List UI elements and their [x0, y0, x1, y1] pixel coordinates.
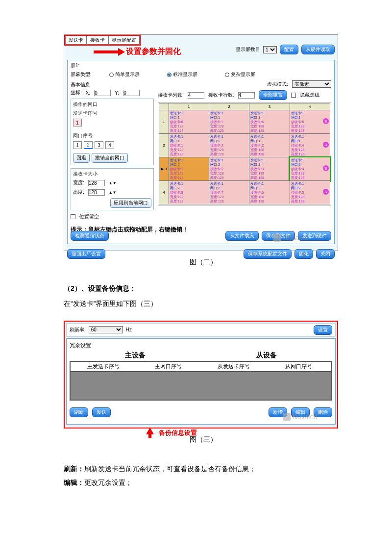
grid-cell[interactable]: 发送卡:1网口:2接收卡:3宽度:128高度:128	[249, 157, 290, 181]
refresh-button[interactable]: 刷新	[70, 407, 88, 417]
grid-cell[interactable]: 发送卡:1网口:1接收卡:6宽度:128高度:128	[249, 110, 290, 134]
clear-port-button[interactable]: 撤销当前网口	[92, 153, 128, 163]
table-body-empty[interactable]	[71, 372, 331, 400]
watermark: Novaled	[283, 413, 318, 421]
grid-cell[interactable]: 发送卡:1网口:2接收卡:4宽度:128高度:128E	[290, 157, 330, 181]
tabs-highlight: 发送卡 接收卡 显示屏配置	[64, 35, 141, 46]
op-port-group: 操作的网口 发送卡序号 1 网口序号 1 2 3 4 回退 撤销当前网口	[71, 99, 154, 165]
load-file-button[interactable]: 从文件载入	[225, 231, 259, 241]
solidify-button[interactable]: 固化	[294, 249, 313, 259]
screenshot-figure-1: 发送卡 接收卡 显示屏配置 设置参数并固化 显示屏数目 1 配置 从硬件读取 屏…	[64, 34, 338, 251]
desc-refresh: 刷新：刷新发送卡当前冗余状态，可查看设备是否有备份信息；	[64, 462, 343, 476]
annotation-arrow-2: 备份信息设置	[66, 428, 336, 438]
radio-standard[interactable]: 标准显示屏	[167, 71, 197, 78]
col-main-send: 主发送卡序号	[71, 362, 136, 371]
tab-screen-config[interactable]: 显示屏配置	[108, 36, 140, 45]
cols-input[interactable]	[188, 92, 204, 99]
send-card-num[interactable]: 1	[73, 119, 82, 126]
grid-cell[interactable]: 发送卡:1网口:1接收卡:7宽度:128高度:128	[209, 110, 249, 134]
recv-card-grid[interactable]: 1234 1 发送卡:1网口:1接收卡:8宽度:128高度:128 发送卡:1网…	[158, 102, 331, 205]
grid-cell[interactable]: 发送卡:1网口:2接收卡:1宽度:128高度:128	[169, 157, 209, 181]
col-slave-send: 从发送卡序号	[201, 362, 266, 371]
factory-reset-button[interactable]: 退回出厂设置	[67, 249, 105, 259]
send-button[interactable]: 发送	[92, 407, 111, 417]
virtual-label: 虚拟模式:	[267, 81, 288, 88]
annotation-text-2: 备份信息设置	[159, 429, 197, 437]
y-input[interactable]	[123, 90, 140, 96]
screen-count-select[interactable]: 1	[263, 46, 277, 53]
radio-complex[interactable]: 复杂显示屏	[225, 71, 255, 78]
close-button[interactable]: 关闭	[316, 249, 335, 259]
grid-cell[interactable]: 发送卡:1网口:1接收卡:2宽度:128高度:128	[209, 134, 249, 157]
grid-cell[interactable]: 发送卡:1网口:1接收卡:8宽度:128高度:128	[169, 110, 209, 134]
port-4[interactable]: 4	[105, 141, 114, 149]
port-3[interactable]: 3	[95, 141, 103, 149]
annotation-arrow: 设置参数并固化	[94, 47, 181, 57]
slave-device-label: 从设备	[256, 351, 277, 360]
config-button[interactable]: 配置	[280, 45, 298, 54]
grid-cell[interactable]: 发送卡:1网口:2接收卡:6宽度:128高度:128	[249, 181, 290, 204]
col-slave-port: 从网口序号	[266, 362, 331, 371]
check-comm-button[interactable]: 检测通信状态	[71, 231, 109, 241]
basic-info-label: 基本信息	[71, 81, 154, 88]
grid-cell[interactable]: 发送卡:1网口:2接收卡:5宽度:128高度:128S	[290, 181, 330, 204]
main-panel: 屏1: 屏幕类型: 简单显示屏 标准显示屏 复杂显示屏 基本信息 坐标: X: …	[67, 60, 335, 244]
tab-send-card[interactable]: 发送卡	[65, 36, 87, 45]
wechat-icon	[283, 413, 291, 421]
screen-label: 屏1:	[71, 62, 331, 69]
set-button[interactable]: 设置	[314, 325, 332, 335]
grid-cell[interactable]: 发送卡:1网口:1接收卡:4宽度:128高度:128S	[290, 134, 330, 157]
port-1[interactable]: 1	[73, 141, 82, 149]
back-button[interactable]: 回退	[73, 153, 90, 163]
grid-cell[interactable]: 发送卡:1网口:1接收卡:5宽度:128高度:128E	[290, 110, 330, 134]
pos-empty-checkbox[interactable]	[71, 214, 75, 219]
redundancy-table: 主发送卡序号 主网口序号 从发送卡序号 从网口序号	[70, 361, 332, 401]
reset-all-button[interactable]: 全部重置	[259, 90, 287, 100]
width-input[interactable]	[88, 180, 105, 186]
radio-simple[interactable]: 简单显示屏	[109, 71, 140, 78]
section-text: 在“发送卡”界面里如下图（三）	[64, 298, 343, 310]
annotation-text: 设置参数并固化	[126, 47, 181, 57]
tab-recv-card[interactable]: 接收卡	[87, 36, 108, 45]
refresh-rate-label: 刷新率:	[70, 327, 86, 333]
screenshot-figure-2: 刷新率: 60 Hz 设置 冗余设置 主设备 从设备 主发送卡序号 主网口序号 …	[64, 321, 338, 429]
col-main-port: 主网口序号	[136, 362, 201, 371]
x-input[interactable]	[94, 90, 111, 96]
height-input[interactable]	[88, 189, 105, 196]
screen-type-label: 屏幕类型:	[71, 71, 92, 78]
grid-cell[interactable]: 发送卡:1网口:2接收卡:8宽度:128高度:128	[169, 181, 209, 204]
grid-cell[interactable]: 发送卡:1网口:2接收卡:2宽度:128高度:128	[209, 157, 249, 181]
screen-count-label: 显示屏数目	[236, 46, 260, 53]
save-sys-button[interactable]: 保存系统配置文件	[244, 249, 292, 259]
refresh-rate-select[interactable]: 60	[89, 326, 123, 333]
port-2[interactable]: 2	[84, 141, 93, 149]
desc-edit: 编辑：更改冗余设置；	[64, 476, 343, 489]
watermark: Novaled	[273, 234, 308, 242]
grid-cell[interactable]: 发送卡:1网口:2接收卡:7宽度:128高度:128	[209, 181, 249, 204]
wechat-icon	[273, 234, 281, 242]
hide-lines-checkbox[interactable]	[291, 93, 296, 98]
read-hw-button[interactable]: 从硬件读取	[301, 45, 335, 54]
main-device-label: 主设备	[125, 351, 146, 360]
recv-size-group: 接收卡大小 宽度:▲▼ 高度:▲▼ 应用到当前网口	[71, 168, 154, 210]
redundancy-title: 冗余设置	[70, 342, 332, 349]
rows-input[interactable]	[238, 92, 255, 99]
grid-cell[interactable]: 发送卡:1网口:1接收卡:3宽度:128高度:128	[249, 134, 290, 157]
section-heading: （2）、设置备份信息：	[64, 284, 343, 293]
coord-label: 坐标:	[71, 89, 82, 96]
virtual-select[interactable]: 实像素	[292, 80, 331, 88]
grid-cell[interactable]: 发送卡:1网口:1接收卡:1宽度:128高度:128	[169, 134, 209, 157]
apply-port-button[interactable]: 应用到当前网口	[110, 198, 151, 208]
